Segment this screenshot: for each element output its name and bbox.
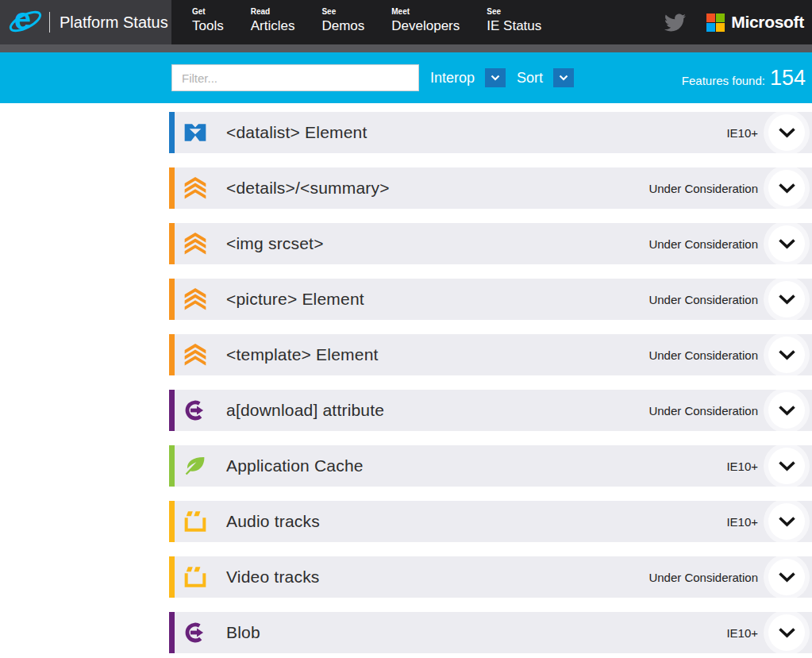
- feature-list: <datalist> Element IE10+ <details>/<summ…: [0, 112, 812, 653]
- chevron-down-icon: [778, 627, 796, 638]
- feature-row[interactable]: Video tracks Under Consideration: [169, 556, 812, 598]
- chevron-down-icon: [491, 75, 500, 81]
- feature-status-badge: Under Consideration: [648, 237, 758, 251]
- feature-row[interactable]: a[download] attribute Under Consideratio…: [169, 390, 812, 431]
- feature-row[interactable]: Application Cache IE10+: [169, 445, 812, 487]
- feature-title: a[download] attribute: [226, 401, 384, 420]
- expand-feature-button[interactable]: [768, 337, 805, 373]
- sort-label: Sort: [517, 70, 543, 87]
- forms-category-icon: [183, 120, 208, 145]
- feature-status-badge: Under Consideration: [648, 182, 758, 195]
- expand-feature-button[interactable]: [768, 503, 805, 540]
- feature-title: Blob: [226, 623, 260, 642]
- feature-row[interactable]: <details>/<summary> Under Consideration: [169, 167, 812, 209]
- feature-status-badge: Under Consideration: [648, 293, 758, 306]
- feature-row[interactable]: Audio tracks IE10+: [169, 501, 812, 542]
- nav-eyebrow: Get: [192, 6, 224, 17]
- multimedia-category-icon: [183, 564, 208, 590]
- interop-label: Interop: [430, 70, 475, 87]
- chevron-down-icon: [778, 349, 796, 360]
- header-right: Microsoft: [664, 0, 812, 44]
- chevron-down-icon: [778, 571, 796, 583]
- ms-square-green: [716, 13, 725, 22]
- feature-status-badge: Under Consideration: [648, 404, 758, 418]
- page-title: Platform Status: [60, 13, 168, 32]
- sort-dropdown-button[interactable]: [553, 68, 574, 87]
- feature-row[interactable]: <datalist> Element IE10+: [169, 112, 812, 153]
- nav-label: Developers: [391, 17, 460, 35]
- storage-category-icon: [183, 453, 208, 479]
- nav-item-tools[interactable]: Get Tools: [192, 6, 224, 44]
- top-nav: Get Tools Read Articles See Demos Meet D…: [171, 0, 541, 44]
- feature-status-badge: IE10+: [726, 460, 758, 473]
- feature-row[interactable]: <picture> Element Under Consideration: [169, 279, 812, 320]
- connectivity-category-icon: [183, 398, 208, 423]
- nav-eyebrow: Read: [251, 6, 295, 17]
- nav-label: IE Status: [487, 17, 541, 35]
- ms-square-red: [706, 13, 715, 22]
- feature-status-badge: Under Consideration: [648, 348, 758, 362]
- chevron-down-icon: [778, 405, 796, 416]
- feature-title: <picture> Element: [226, 290, 364, 309]
- chevron-down-icon: [778, 183, 796, 194]
- nav-item-articles[interactable]: Read Articles: [251, 6, 295, 44]
- features-found: Features found: 154: [682, 66, 806, 90]
- nav-label: Articles: [251, 17, 295, 35]
- chevron-down-icon: [778, 294, 796, 305]
- feature-status-badge: IE10+: [726, 626, 758, 640]
- microsoft-squares-icon: [706, 13, 725, 32]
- expand-feature-button[interactable]: [768, 225, 805, 262]
- elements-category-icon: [183, 342, 208, 367]
- expand-feature-button[interactable]: [768, 559, 805, 595]
- expand-feature-button[interactable]: [768, 114, 805, 151]
- feature-row[interactable]: Blob IE10+: [169, 612, 812, 653]
- multimedia-category-icon: [183, 509, 208, 534]
- brand-divider: [49, 12, 50, 33]
- feature-title: Video tracks: [226, 568, 320, 587]
- elements-category-icon: [183, 287, 208, 312]
- features-found-label: Features found:: [682, 74, 765, 87]
- nav-item-demos[interactable]: See Demos: [321, 6, 364, 44]
- twitter-icon[interactable]: [664, 12, 686, 33]
- connectivity-category-icon: [183, 620, 208, 645]
- chevron-down-icon: [559, 75, 568, 81]
- nav-label: Tools: [192, 17, 224, 35]
- nav-eyebrow: Meet: [391, 6, 460, 17]
- nav-eyebrow: See: [321, 6, 364, 17]
- expand-feature-button[interactable]: [768, 614, 805, 651]
- expand-feature-button[interactable]: [768, 170, 805, 206]
- app-brand[interactable]: e Platform Status: [0, 0, 171, 44]
- nav-label: Demos: [321, 17, 364, 35]
- chevron-down-icon: [778, 127, 796, 138]
- filter-input[interactable]: [171, 64, 419, 91]
- chevron-down-icon: [778, 516, 796, 527]
- microsoft-logo[interactable]: Microsoft: [706, 13, 804, 32]
- nav-item-developers[interactable]: Meet Developers: [391, 6, 460, 44]
- nav-item-ie-status[interactable]: See IE Status: [487, 6, 541, 44]
- elements-category-icon: [183, 175, 208, 201]
- feature-row[interactable]: <img srcset> Under Consideration: [169, 223, 812, 264]
- feature-status-badge: IE10+: [726, 515, 758, 529]
- features-found-count: 154: [770, 66, 806, 90]
- ie-logo: e: [8, 5, 43, 40]
- feature-title: <datalist> Element: [226, 123, 368, 142]
- elements-category-icon: [183, 231, 208, 256]
- feature-title: <img srcset>: [226, 234, 324, 253]
- feature-status-badge: Under Consideration: [648, 571, 758, 584]
- expand-feature-button[interactable]: [768, 392, 805, 429]
- ms-square-yellow: [716, 23, 725, 32]
- interop-dropdown-button[interactable]: [485, 68, 506, 87]
- feature-status-badge: IE10+: [726, 126, 758, 140]
- ms-square-blue: [706, 23, 715, 32]
- ie-logo-e: e: [14, 2, 31, 37]
- expand-feature-button[interactable]: [768, 448, 805, 484]
- microsoft-wordmark: Microsoft: [731, 13, 804, 32]
- feature-title: Audio tracks: [226, 512, 320, 531]
- feature-row[interactable]: <template> Element Under Consideration: [169, 334, 812, 375]
- feature-title: Application Cache: [226, 456, 364, 475]
- nav-eyebrow: See: [487, 6, 541, 17]
- chevron-down-icon: [778, 238, 796, 249]
- feature-title: <details>/<summary>: [226, 179, 390, 198]
- chevron-down-icon: [778, 460, 796, 471]
- expand-feature-button[interactable]: [768, 281, 805, 317]
